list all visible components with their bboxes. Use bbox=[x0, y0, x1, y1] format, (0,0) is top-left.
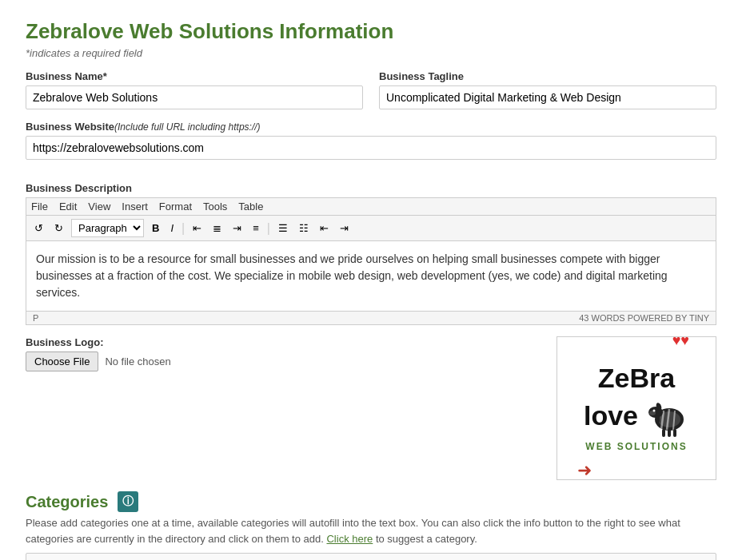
align-center-button[interactable]: ≣ bbox=[209, 220, 225, 236]
no-file-text: No file chosen bbox=[105, 355, 170, 367]
italic-button[interactable]: I bbox=[167, 220, 177, 236]
business-name-label: Business Name* bbox=[26, 70, 363, 82]
categories-title: Categories bbox=[26, 493, 108, 511]
page-title: Zebralove Web Solutions Information bbox=[26, 19, 716, 44]
svg-rect-12 bbox=[656, 415, 660, 423]
align-right-button[interactable]: ⇥ bbox=[229, 220, 245, 236]
menu-view[interactable]: View bbox=[88, 201, 110, 212]
bullet-list-button[interactable]: ☰ bbox=[275, 220, 291, 236]
choose-file-button[interactable]: Choose File bbox=[26, 351, 98, 371]
zebra-solutions-text: WEB SOLUTIONS bbox=[584, 441, 689, 452]
business-name-input[interactable] bbox=[26, 85, 363, 109]
bold-button[interactable]: B bbox=[149, 220, 162, 236]
menu-edit[interactable]: Edit bbox=[59, 201, 77, 212]
editor-menubar: File Edit View Insert Format Tools Table bbox=[26, 198, 716, 216]
business-tagline-input[interactable] bbox=[379, 85, 716, 109]
categories-header: Categories ⓘ bbox=[26, 491, 716, 512]
format-select[interactable]: Paragraph bbox=[71, 219, 144, 237]
click-here-link[interactable]: Click here bbox=[326, 533, 373, 545]
editor-footer: P 43 WORDS POWERED BY TINY bbox=[26, 311, 716, 324]
required-note: *indicates a required field bbox=[26, 47, 716, 59]
categories-input[interactable] bbox=[26, 553, 716, 560]
menu-format[interactable]: Format bbox=[159, 201, 192, 212]
logo-label: Business Logo: bbox=[26, 336, 541, 348]
website-input[interactable] bbox=[26, 136, 716, 160]
zebra-animal-icon bbox=[641, 391, 689, 439]
align-justify-button[interactable]: ≡ bbox=[249, 220, 262, 236]
description-editor: File Edit View Insert Format Tools Table… bbox=[26, 197, 716, 325]
editor-footer-right: 43 WORDS POWERED BY TINY bbox=[579, 313, 709, 323]
menu-file[interactable]: File bbox=[31, 201, 48, 212]
hearts-icon: ♥♥ bbox=[672, 332, 689, 349]
align-left-button[interactable]: ⇤ bbox=[189, 220, 205, 236]
sep2: | bbox=[267, 221, 270, 236]
editor-footer-left: P bbox=[33, 313, 38, 323]
svg-point-8 bbox=[653, 410, 656, 412]
zebra-logo-image: ♥♥ ZeBra love bbox=[576, 356, 697, 460]
outdent-button[interactable]: ⇤ bbox=[317, 220, 332, 236]
menu-tools[interactable]: Tools bbox=[203, 201, 227, 212]
business-tagline-label: Business Tagline bbox=[379, 70, 716, 82]
zebra-love-text: love bbox=[584, 402, 638, 429]
logo-preview: ♥♥ ZeBra love bbox=[556, 336, 716, 480]
editor-toolbar: ↺ ↻ Paragraph B I | ⇤ ≣ ⇥ ≡ | ☰ ☷ ⇤ ⇥ bbox=[26, 216, 716, 241]
logo-input-row: Choose File No file chosen bbox=[26, 351, 541, 371]
menu-insert[interactable]: Insert bbox=[122, 201, 148, 212]
undo-button[interactable]: ↺ bbox=[31, 220, 46, 236]
suggest-text: to suggest a category. bbox=[373, 533, 477, 545]
svg-rect-11 bbox=[673, 429, 676, 437]
info-button[interactable]: ⓘ bbox=[118, 491, 138, 512]
description-label: Business Description bbox=[26, 182, 716, 194]
categories-section: Categories ⓘ Please add categories one a… bbox=[26, 491, 716, 560]
website-label: Business Website(Include full URL includ… bbox=[26, 121, 716, 133]
menu-table[interactable]: Table bbox=[238, 201, 263, 212]
num-list-button[interactable]: ☷ bbox=[296, 220, 312, 236]
categories-description: Please add categories one at a time, ava… bbox=[26, 515, 716, 546]
sep1: | bbox=[182, 221, 185, 236]
zebra-top-text: ZeBra bbox=[584, 364, 689, 391]
svg-rect-9 bbox=[662, 429, 665, 437]
indent-button[interactable]: ⇥ bbox=[337, 220, 352, 236]
svg-rect-10 bbox=[668, 429, 671, 437]
editor-content[interactable]: Our mission is to be a resource for smal… bbox=[26, 241, 716, 311]
redo-button[interactable]: ↻ bbox=[51, 220, 66, 236]
arrow-icon: ➜ bbox=[577, 460, 592, 481]
